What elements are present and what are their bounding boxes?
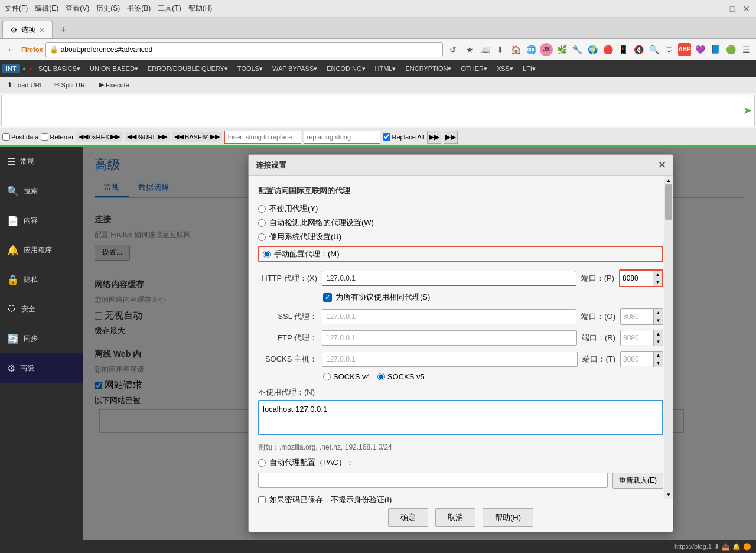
ext-icon-4[interactable]: 🔴	[601, 43, 614, 56]
no-prompt-checkbox[interactable]	[258, 496, 266, 503]
hex-encode-button[interactable]: ◀◀ 0xHEX ▶▶	[76, 132, 122, 142]
cancel-button[interactable]: 取消	[435, 508, 475, 527]
no-proxy-input[interactable]: localhost 127.0.0.1	[258, 400, 663, 435]
auto-proxy-url-input[interactable]	[258, 473, 608, 488]
base64-encode-button[interactable]: ◀◀ BASE64 ▶▶	[172, 132, 223, 142]
new-tab-button[interactable]: +	[55, 22, 71, 38]
http-port-up[interactable]: ▲	[653, 271, 662, 278]
menu-file[interactable]: 文件(F)	[5, 4, 28, 14]
html-menu[interactable]: HTML▾	[372, 64, 400, 74]
scroll-thumb[interactable]	[665, 184, 672, 220]
close-button[interactable]: ✕	[742, 4, 751, 14]
load-url-button[interactable]: ⬆ Load URL	[2, 80, 48, 90]
proxy-auto-detect-radio[interactable]	[258, 219, 266, 227]
proxy-system-radio[interactable]	[258, 233, 266, 241]
menu-bookmarks[interactable]: 书签(B)	[127, 4, 151, 14]
ok-button[interactable]: 确定	[388, 508, 428, 527]
adblock-icon[interactable]: ABP	[678, 43, 691, 56]
replace-forward-button[interactable]: ▶▶	[427, 131, 441, 144]
socks-v5-option[interactable]: SOCKS v5	[377, 372, 425, 381]
ftp-port-input[interactable]	[621, 331, 653, 345]
home-icon[interactable]: 🏠	[509, 43, 522, 56]
close-tab-button[interactable]: ✕	[39, 26, 45, 34]
ext-blue-icon[interactable]: 📘	[709, 43, 722, 56]
url-encode-button[interactable]: ◀◀ %URL ▶▶	[125, 132, 170, 142]
replace-all-label[interactable]: Replace All	[383, 133, 424, 141]
replacing-string-input[interactable]	[304, 131, 380, 144]
menu-edit[interactable]: 编辑(E)	[35, 4, 58, 14]
sidebar-item-apps[interactable]: 🔔 应用程序	[0, 235, 83, 265]
replace-all-checkbox[interactable]	[383, 133, 390, 141]
proxy-none-option[interactable]: 不使用代理(Y)	[258, 203, 663, 214]
dialog-scrollbar[interactable]: ▲ ▼	[664, 176, 673, 499]
error-double-query-menu[interactable]: ERROR/DOUBLE QUERY▾	[144, 64, 232, 74]
menu-tools[interactable]: 工具(T)	[158, 4, 181, 14]
proxy-manual-radio[interactable]	[263, 251, 271, 258]
socks-port-input[interactable]	[621, 352, 653, 366]
encryption-menu[interactable]: ENCRYPTION▾	[402, 64, 455, 74]
shield-icon[interactable]: 🛡	[663, 43, 676, 56]
sidebar-item-privacy[interactable]: 🔒 隐私	[0, 265, 83, 294]
ssl-port-up[interactable]: ▲	[653, 309, 663, 317]
bookmark-star-icon[interactable]: ★	[463, 43, 476, 56]
ext-icon-1[interactable]: 🌿	[555, 43, 568, 56]
ssl-port-input[interactable]	[621, 310, 653, 324]
socks-v5-radio[interactable]	[377, 373, 385, 380]
ftp-proxy-input[interactable]	[322, 330, 577, 346]
xss-menu[interactable]: XSS▾	[493, 64, 517, 74]
download-icon[interactable]: ⬇	[494, 43, 507, 56]
ssl-proxy-input[interactable]	[322, 309, 576, 324]
scroll-track[interactable]	[664, 184, 673, 490]
sidebar-item-general[interactable]: ☰ 常规	[0, 147, 83, 176]
socks-port-down[interactable]: ▼	[653, 359, 663, 367]
reader-icon[interactable]: 📖	[478, 43, 491, 56]
socks-v4-radio[interactable]	[323, 373, 331, 380]
union-based-menu[interactable]: UNION BASED▾	[86, 64, 142, 74]
menu-help[interactable]: 帮助(H)	[188, 4, 213, 14]
execute-button[interactable]: ▶ Execute	[94, 80, 134, 90]
scroll-down-button[interactable]: ▼	[664, 490, 673, 499]
address-bar[interactable]: 🔒	[45, 42, 443, 57]
ext-icon-6[interactable]: 🔇	[632, 43, 645, 56]
ext-icon-2[interactable]: 🔧	[571, 43, 584, 56]
insert-string-input[interactable]	[224, 131, 301, 144]
http-port-down[interactable]: ▼	[653, 278, 662, 286]
scroll-up-button[interactable]: ▲	[664, 176, 673, 184]
address-input[interactable]	[61, 45, 439, 54]
proxy-system-option[interactable]: 使用系统代理设置(U)	[258, 232, 663, 242]
http-port-input[interactable]	[620, 271, 653, 286]
referrer-checkbox-label[interactable]: Referrer	[41, 133, 73, 141]
ftp-port-down[interactable]: ▼	[653, 338, 663, 346]
hamburger-menu[interactable]: ☰	[739, 43, 752, 56]
sidebar-item-security[interactable]: 🛡 安全	[0, 294, 83, 324]
sql-basics-menu[interactable]: SQL BASICS▾	[35, 64, 84, 74]
split-url-button[interactable]: ✂ Split URL	[50, 80, 93, 90]
lfi-menu[interactable]: LFI▾	[519, 64, 539, 74]
proxy-manual-option[interactable]: 手动配置代理：(M)	[258, 246, 663, 262]
http-proxy-input[interactable]	[322, 271, 576, 286]
ext-green-icon[interactable]: 🟢	[724, 43, 737, 56]
reload-button[interactable]: ↺	[445, 42, 461, 57]
waf-bypass-menu[interactable]: WAF BYPASS▾	[269, 64, 321, 74]
hackbar-green-arrow[interactable]: ➤	[743, 104, 752, 117]
auto-proxy-option[interactable]: 自动代理配置（PAC）：	[258, 457, 354, 468]
int-badge[interactable]: INT	[2, 64, 20, 73]
proxy-auto-detect-option[interactable]: 自动检测此网络的代理设置(W)	[258, 217, 663, 228]
tools-menu[interactable]: TOOLS▾	[234, 64, 266, 74]
post-data-checkbox[interactable]	[2, 133, 10, 141]
socks-v4-option[interactable]: SOCKS v4	[323, 372, 370, 381]
socks-host-input[interactable]	[322, 352, 578, 367]
replace-backward-button[interactable]: ▶▶	[444, 131, 458, 144]
sidebar-item-search[interactable]: 🔍 搜索	[0, 176, 83, 206]
minimize-button[interactable]: ─	[713, 4, 723, 14]
proxy-none-radio[interactable]	[258, 205, 266, 213]
other-menu[interactable]: OTHER▾	[457, 64, 491, 74]
back-button[interactable]: ←	[4, 42, 19, 57]
ext-icon-3[interactable]: 🌍	[586, 43, 599, 56]
menu-view[interactable]: 查看(V)	[66, 4, 89, 14]
hackbar-url-input[interactable]	[5, 97, 739, 123]
menu-history[interactable]: 历史(S)	[96, 4, 120, 14]
ssl-port-down[interactable]: ▼	[653, 317, 663, 324]
search-glass-icon[interactable]: 🔍	[647, 43, 660, 56]
sidebar-item-advanced[interactable]: ⚙ 高级	[0, 353, 83, 383]
